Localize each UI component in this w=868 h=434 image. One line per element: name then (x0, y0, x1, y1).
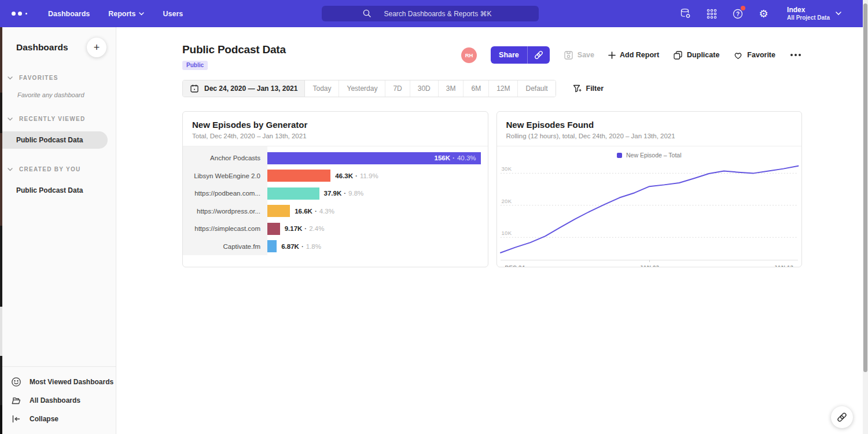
date-range-control: Dec 24, 2020 — Jan 13, 2021 TodayYesterd… (182, 80, 556, 97)
bar-row: https://podbean.com...37.9K·9.8% (183, 185, 488, 203)
bar-row: Anchor Podcasts156K·40.3% (183, 149, 488, 167)
collapse-icon (11, 414, 21, 424)
favorite-button[interactable]: Favorite (733, 50, 775, 60)
mode-logo-icon[interactable] (12, 12, 27, 16)
filter-button[interactable]: Filter (572, 84, 604, 93)
bar-category-label: https://wordpress.or... (183, 208, 267, 215)
chevron-down-icon (836, 12, 841, 16)
bar-category-label: Captivate.fm (183, 243, 267, 250)
nav-label: Users (163, 10, 183, 18)
line-chart: 10K20K30K (501, 162, 799, 260)
data-sources-icon[interactable] (679, 8, 692, 20)
section-created-by-you[interactable]: CREATED BY YOU (0, 166, 116, 172)
add-dashboard-button[interactable]: + (87, 38, 106, 57)
save-icon (564, 50, 573, 60)
save-button[interactable]: Save (564, 50, 594, 60)
heart-icon (733, 50, 743, 60)
bar[interactable] (267, 205, 290, 217)
nav-item-users[interactable]: Users (163, 10, 183, 18)
card-new-episodes-found: New Episodes Found Rolling (12 hours), t… (496, 111, 803, 267)
nav-label: Reports (108, 10, 135, 18)
sidebar-item-public-podcast-data[interactable]: Public Podcast Data (0, 131, 108, 149)
top-navbar: Dashboards Reports Users (0, 0, 868, 27)
bar[interactable] (267, 187, 319, 200)
avatar[interactable]: RH (461, 47, 477, 63)
preset-today[interactable]: Today (305, 80, 339, 97)
bar-row: Libsyn WebEngine 2.046.3K·11.9% (183, 167, 488, 185)
bar-row: https://simplecast.com9.17K·2.4% (183, 220, 488, 238)
collapse-sidebar-button[interactable]: Collapse (0, 410, 116, 428)
chevron-down-icon (139, 12, 144, 16)
bar[interactable] (267, 240, 277, 252)
calendar-icon (190, 84, 199, 93)
bar-value-label: 16.6K·4.3% (295, 208, 334, 215)
scrollbar-thumb[interactable] (863, 3, 867, 372)
settings-icon[interactable]: ⚙ (757, 8, 770, 20)
nav-item-dashboards[interactable]: Dashboards (48, 10, 90, 18)
legend-label: New Episode – Total (626, 152, 682, 159)
dashboard-main: Public Podcast Data Public RH Share (117, 27, 868, 434)
all-dashboards-link[interactable]: All Dashboards (0, 391, 116, 410)
most-viewed-dashboards-link[interactable]: Most Viewed Dashboards (0, 373, 116, 391)
nav-item-reports[interactable]: Reports (108, 10, 144, 18)
bar-category-label: Libsyn WebEngine 2.0 (183, 172, 267, 179)
smiley-icon (11, 377, 21, 387)
preset-yesterday[interactable]: Yesterday (339, 80, 385, 97)
bar-value-label: 156K·40.3% (435, 155, 476, 161)
project-switcher[interactable]: Index All Project Data (787, 6, 841, 22)
apps-grid-icon[interactable] (705, 8, 718, 20)
global-search[interactable] (322, 6, 539, 21)
bar-category-label: Anchor Podcasts (183, 155, 267, 161)
search-input[interactable] (322, 6, 539, 21)
help-icon[interactable]: ? (731, 8, 744, 20)
preset-12m[interactable]: 12M (488, 80, 517, 97)
chart-legend: New Episode – Total (497, 146, 802, 162)
section-label: RECENTLY VIEWED (19, 116, 86, 122)
sidebar-item-public-podcast-data[interactable]: Public Podcast Data (0, 182, 116, 199)
add-report-label: Add Report (620, 51, 659, 59)
share-button[interactable]: Share (491, 46, 527, 64)
duplicate-button[interactable]: Duplicate (673, 50, 719, 60)
bar[interactable]: 156K·40.3% (267, 152, 481, 164)
public-badge: Public (182, 61, 208, 70)
footer-label: All Dashboards (30, 396, 80, 404)
link-icon (534, 50, 544, 60)
date-range-label: Dec 24, 2020 — Jan 13, 2021 (204, 84, 297, 93)
section-label: FAVORITES (19, 75, 58, 81)
bar-value-label: 37.9K·9.8% (324, 190, 364, 197)
background-window-sliver (0, 27, 2, 434)
preset-default[interactable]: Default (517, 80, 555, 97)
preset-3m[interactable]: 3M (438, 80, 464, 97)
footer-label: Collapse (30, 415, 58, 423)
sidebar-title: Dashboards (16, 42, 68, 53)
copy-link-fab[interactable] (831, 406, 853, 428)
bar-chart: Anchor Podcasts156K·40.3%Libsyn WebEngin… (183, 146, 488, 255)
duplicate-icon (673, 50, 683, 60)
section-recently-viewed[interactable]: RECENTLY VIEWED (0, 116, 116, 122)
svg-text:?: ? (736, 10, 740, 17)
plus-icon (608, 52, 616, 59)
date-range-picker[interactable]: Dec 24, 2020 — Jan 13, 2021 (183, 80, 305, 97)
bar[interactable] (267, 170, 330, 182)
chart-subtitle: Total, Dec 24th, 2020 – Jan 13th, 2021 (192, 133, 479, 139)
bar-track: 46.3K·11.9% (267, 170, 488, 182)
nav-label: Dashboards (48, 10, 90, 18)
preset-7d[interactable]: 7D (385, 80, 409, 97)
date-presets: TodayYesterday7D30D3M6M12MDefault (305, 80, 555, 97)
preset-6m[interactable]: 6M (463, 80, 488, 97)
filter-icon (572, 84, 582, 93)
favorites-empty-state: Favorite any dashboard (17, 91, 116, 98)
x-tick-label: DEC 24 (505, 264, 525, 267)
section-favorites[interactable]: FAVORITES (0, 75, 116, 81)
preset-30d[interactable]: 30D (410, 80, 438, 97)
add-report-button[interactable]: Add Report (608, 51, 659, 59)
bar-row: Captivate.fm6.87K·1.8% (183, 238, 488, 256)
bar-category-label: https://simplecast.com (183, 225, 267, 232)
bar[interactable] (267, 223, 280, 235)
share-link-button[interactable] (527, 46, 550, 64)
more-options-button[interactable] (789, 52, 802, 58)
chart-title: New Episodes by Generator (192, 120, 479, 130)
x-axis-tick (649, 260, 650, 262)
share-button-group: Share (491, 46, 550, 64)
bar-row: https://wordpress.or...16.6K·4.3% (183, 203, 488, 220)
